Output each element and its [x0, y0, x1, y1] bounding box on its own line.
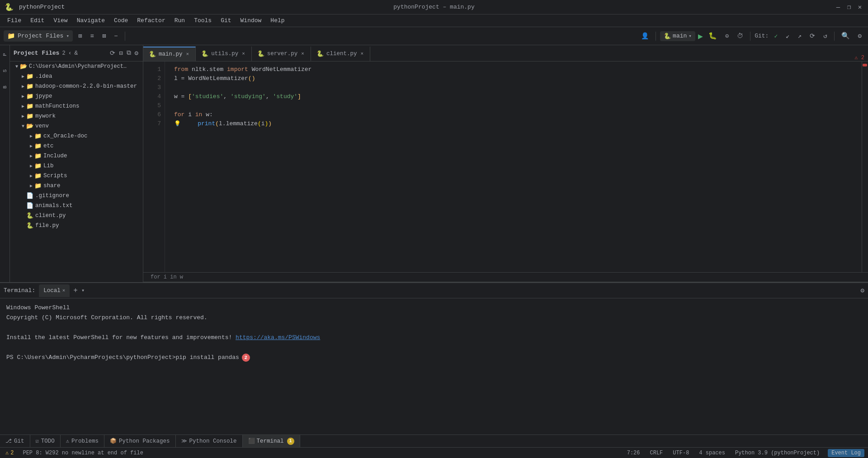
git-push-button[interactable]: ↗ — [795, 30, 804, 42]
vcs-account-button[interactable]: 👤 — [638, 30, 651, 42]
run-config-area: 👤 🐍 main ▾ ▶ 🐛 ⊙ ⏱ Git: ✓ ↙ ↗ ⟳ ↺ 🔍 ⚙ — [638, 30, 864, 42]
include-arrow: ▶ — [28, 153, 34, 159]
status-line-ending[interactable]: CRLF — [648, 450, 665, 456]
powershell-link[interactable]: https://aka.ms/PSWindows — [236, 334, 320, 341]
tab-client-close[interactable]: × — [359, 51, 364, 57]
tree-item-scripts[interactable]: ▶ 📁 Scripts — [10, 171, 143, 181]
status-language[interactable]: Python 3.9 (pythonProject) — [733, 450, 821, 456]
tree-item-mywork[interactable]: ▶ 📁 mywork — [10, 111, 143, 121]
new-terminal-button[interactable]: + — [71, 287, 80, 295]
debug-button[interactable]: 🐛 — [706, 30, 720, 42]
close-button[interactable]: ✕ — [856, 4, 863, 11]
tab-client-py[interactable]: 🐍 client.py × — [311, 47, 370, 61]
mywork-folder-icon: 📁 — [26, 113, 33, 120]
bulb-icon[interactable]: 💡 — [174, 119, 181, 128]
menu-window[interactable]: Window — [237, 16, 265, 25]
run-config-dropdown[interactable]: 🐍 main ▾ — [660, 31, 695, 41]
tab-main-close[interactable]: × — [185, 51, 190, 57]
menu-tools[interactable]: Tools — [190, 16, 215, 25]
terminal-badge-1: 1 — [287, 438, 294, 445]
event-log-button[interactable]: Event Log — [828, 449, 864, 457]
settings-icon[interactable]: ⚙ — [134, 48, 139, 58]
tree-item-root[interactable]: ▼ 📂 C:\Users\Admin\PycharmProjects\pytho… — [10, 61, 143, 71]
filter-icon[interactable]: ⧉ — [126, 48, 132, 58]
tree-item-client[interactable]: ▶ 🐍 client.py — [10, 211, 143, 221]
menu-refactor[interactable]: Refactor — [133, 16, 169, 25]
search-everywhere-button[interactable]: 🔍 — [839, 30, 853, 42]
sync-icon[interactable]: ⟳ — [109, 48, 116, 58]
git-history-button[interactable]: ⟳ — [807, 30, 818, 42]
git-update-button[interactable]: ↙ — [783, 30, 792, 42]
tree-item-etc[interactable]: ▶ 📁 etc — [10, 141, 143, 151]
tab-problems[interactable]: ⚠ Problems — [61, 435, 104, 448]
menu-navigate[interactable]: Navigate — [73, 16, 108, 25]
tree-item-venv[interactable]: ▼ 📂 venv — [10, 121, 143, 131]
menu-edit[interactable]: Edit — [27, 16, 48, 25]
tree-item-gitignore[interactable]: ▶ 📄 .gitignore — [10, 191, 143, 201]
settings-button[interactable]: ⚙ — [855, 30, 864, 42]
terminal-tab-local[interactable]: Local × — [39, 284, 70, 297]
local-tab-close[interactable]: × — [62, 288, 66, 293]
venv-folder-icon: 📂 — [26, 123, 33, 130]
tree-item-jpype[interactable]: ▶ 📁 jpype — [10, 91, 143, 101]
status-position[interactable]: 7:26 — [625, 450, 642, 456]
tab-utils-close[interactable]: × — [241, 51, 246, 57]
terminal-content[interactable]: Windows PowerShell Copyright (C) Microso… — [0, 298, 868, 447]
git-checkmark-button[interactable]: ✓ — [771, 30, 780, 42]
tree-btn-4[interactable]: − — [111, 30, 120, 42]
tab-utils-py[interactable]: 🐍 utils.py × — [196, 47, 252, 61]
terminal-command: pip install pandas — [175, 353, 239, 363]
tab-git[interactable]: ⎇ Git — [0, 435, 30, 448]
menu-code[interactable]: Code — [110, 16, 132, 25]
install-text: Install the latest PowerShell for new fe… — [6, 334, 236, 341]
code-content[interactable]: from nltk.stem import WordNetLemmatizer … — [165, 61, 862, 272]
project-files-dropdown[interactable]: 📁 Project Files ▾ — [4, 30, 73, 42]
tree-item-lib[interactable]: ▶ 📁 Lib — [10, 161, 143, 171]
tree-item-animals[interactable]: ▶ 📄 animals.txt — [10, 201, 143, 211]
tab-server-close[interactable]: × — [300, 51, 305, 57]
status-encoding[interactable]: UTF-8 — [671, 450, 691, 456]
tree-item-share[interactable]: ▶ 📁 share — [10, 181, 143, 191]
menu-run[interactable]: Run — [171, 16, 189, 25]
tree-btn-2[interactable]: ≡ — [87, 30, 96, 42]
sidebar-icon-2[interactable]: S — [0, 66, 9, 75]
tab-python-console[interactable]: ≫ Python Console — [176, 435, 243, 448]
editor-tabs: 🐍 main.py × 🐍 utils.py × 🐍 server.py × 🐍… — [143, 45, 868, 61]
collapse-all-icon[interactable]: ⊟ — [118, 48, 123, 58]
menu-file[interactable]: File — [4, 16, 25, 25]
tree-item-mathfunctions[interactable]: ▶ 📁 mathFunctions — [10, 101, 143, 111]
menu-help[interactable]: Help — [267, 16, 288, 25]
breadcrumb-text: for i in w — [151, 274, 183, 280]
status-warnings[interactable]: ⚠ 2 — [4, 449, 15, 456]
tree-item-cx-oracle[interactable]: ▶ 📁 cx_Oracle-doc — [10, 131, 143, 141]
coverage-button[interactable]: ⊙ — [722, 30, 731, 42]
tree-item-idea[interactable]: ▶ 📁 .idea — [10, 71, 143, 81]
menu-git[interactable]: Git — [217, 16, 235, 25]
scripts-folder-icon: 📁 — [34, 172, 42, 179]
sidebar-icon-1[interactable]: P — [0, 50, 9, 59]
terminal-tabs-bar: Terminal: Local × + ▾ ⚙ — [0, 283, 868, 298]
menu-view[interactable]: View — [50, 16, 71, 25]
run-button[interactable]: ▶ — [698, 31, 703, 41]
status-pep-message[interactable]: PEP 8: W292 no newline at end of file — [21, 450, 145, 456]
tree-btn-3[interactable]: ⊠ — [99, 30, 108, 42]
terminal-dropdown-arrow[interactable]: ▾ — [81, 287, 85, 294]
git-rollback-button[interactable]: ↺ — [821, 30, 830, 42]
tree-btn-1[interactable]: ⊞ — [75, 30, 85, 42]
tab-python-packages[interactable]: 📦 Python Packages — [104, 435, 176, 448]
terminal-settings-button[interactable]: ⚙ — [861, 287, 864, 294]
status-indent[interactable]: 4 spaces — [697, 450, 727, 456]
tree-item-hadoop[interactable]: ▶ 📁 hadoop-common-2.2.0-bin-master — [10, 81, 143, 91]
tab-terminal[interactable]: ⬛ Terminal 1 — [243, 435, 300, 448]
tree-item-file-py[interactable]: ▶ 🐍 file.py — [10, 221, 143, 231]
math-folder-icon: 📁 — [26, 103, 33, 110]
sidebar-icon-3[interactable]: B — [0, 82, 9, 91]
profile-button[interactable]: ⏱ — [734, 30, 746, 42]
tab-server-py[interactable]: 🐍 server.py × — [252, 47, 311, 61]
tree-item-include[interactable]: ▶ 📁 Include — [10, 151, 143, 161]
tab-main-py[interactable]: 🐍 main.py × — [143, 47, 196, 61]
lib-arrow: ▶ — [28, 163, 34, 169]
tab-todo[interactable]: ☑ TODO — [30, 435, 61, 448]
minimize-button[interactable]: — — [835, 4, 842, 11]
maximize-button[interactable]: ❐ — [845, 4, 853, 11]
